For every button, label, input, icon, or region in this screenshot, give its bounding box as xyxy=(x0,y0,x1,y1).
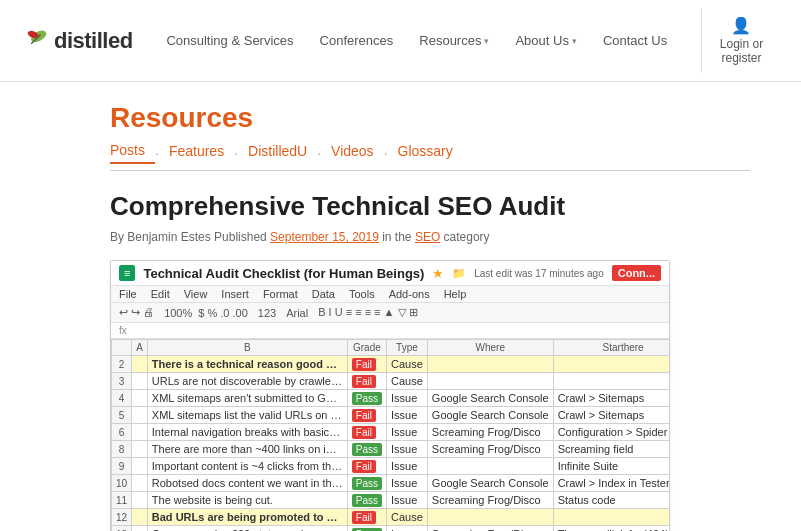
sub-nav-distilledu[interactable]: DistilledU xyxy=(248,143,317,163)
nav-resources[interactable]: Resources ▾ xyxy=(407,25,501,56)
sub-nav-sep-3: · xyxy=(317,145,321,161)
table-row: 5 XML sitemaps list the valid URLs on th… xyxy=(112,407,671,424)
table-row: 3 URLs are not discoverable by crawlers.… xyxy=(112,373,671,390)
col-header-b: B xyxy=(147,340,347,356)
logo[interactable]: distilled xyxy=(20,27,133,55)
row-num: 2 xyxy=(112,356,132,373)
ss-menu: File Edit View Insert Format Data Tools … xyxy=(111,286,669,303)
sub-nav-sep-1: · xyxy=(155,145,159,161)
login-register-button[interactable]: 👤 Login or register xyxy=(701,8,781,73)
ss-table: A B Grade Type Where Starthere Reference… xyxy=(111,339,670,531)
user-icon: 👤 xyxy=(731,16,751,35)
folder-icon: 📁 xyxy=(452,267,466,280)
col-header-type: Type xyxy=(387,340,428,356)
resources-sub-nav: Posts · Features · DistilledU · Videos ·… xyxy=(110,142,750,171)
chevron-down-icon: ▾ xyxy=(484,36,489,46)
article-category-link[interactable]: SEO xyxy=(415,230,440,244)
col-header-empty xyxy=(112,340,132,356)
main-nav: Consulting & Services Conferences Resour… xyxy=(154,25,679,56)
logo-leaf-icon xyxy=(20,27,48,55)
article-meta: By Benjamin Estes Published September 15… xyxy=(110,230,750,244)
ss-menu-tools[interactable]: Tools xyxy=(349,288,375,300)
sub-nav-sep-2: · xyxy=(234,145,238,161)
sheets-button: Conn... xyxy=(612,265,661,281)
ss-menu-addons[interactable]: Add-ons xyxy=(389,288,430,300)
chevron-down-icon: ▾ xyxy=(572,36,577,46)
login-label: Login or xyxy=(720,37,763,51)
table-row: 4 XML sitemaps aren't submitted to GWT P… xyxy=(112,390,671,407)
ss-menu-view[interactable]: View xyxy=(184,288,208,300)
sub-nav-videos[interactable]: Videos xyxy=(331,143,384,163)
sub-nav-glossary[interactable]: Glossary xyxy=(398,143,463,163)
col-header-a: A xyxy=(132,340,148,356)
ss-title: Technical Audit Checklist (for Human Bei… xyxy=(143,266,424,281)
nav-consulting[interactable]: Consulting & Services xyxy=(154,25,305,56)
nav-contact[interactable]: Contact Us xyxy=(591,25,679,56)
ss-menu-edit[interactable]: Edit xyxy=(151,288,170,300)
main-content: Resources Posts · Features · DistilledU … xyxy=(0,82,780,531)
resources-heading: Resources xyxy=(110,102,750,134)
table-row: 2 There is a technical reason good conte… xyxy=(112,356,671,373)
ss-formula-bar: fx xyxy=(111,323,669,339)
sub-nav-posts[interactable]: Posts xyxy=(110,142,155,164)
sub-nav-sep-4: · xyxy=(384,145,388,161)
ss-menu-help[interactable]: Help xyxy=(444,288,467,300)
table-row: 12 Bad URLs are being promoted to crawle… xyxy=(112,509,671,526)
ss-menu-file[interactable]: File xyxy=(119,288,137,300)
nav-about[interactable]: About Us ▾ xyxy=(503,25,588,56)
table-row: 13 Over-expansive 200 status codes Pass … xyxy=(112,526,671,531)
nav-conferences[interactable]: Conferences xyxy=(308,25,406,56)
ss-menu-data[interactable]: Data xyxy=(312,288,335,300)
col-header-starthere: Starthere xyxy=(553,340,670,356)
ss-menu-insert[interactable]: Insert xyxy=(221,288,249,300)
table-row: 11 The website is being cut. Pass Issue … xyxy=(112,492,671,509)
table-row: 8 There are more than ~400 links on impo… xyxy=(112,441,671,458)
ss-title-bar: ≡ Technical Audit Checklist (for Human B… xyxy=(111,261,669,286)
table-row: 6 Internal navigation breaks with basic … xyxy=(112,424,671,441)
table-row: 9 Important content is ~4 clicks from th… xyxy=(112,458,671,475)
article-title: Comprehensive Technical SEO Audit xyxy=(110,191,750,222)
article-date-link[interactable]: September 15, 2019 xyxy=(270,230,379,244)
logo-text: distilled xyxy=(54,28,133,54)
col-header-where: Where xyxy=(427,340,553,356)
star-icon: ★ xyxy=(432,266,444,281)
ss-format-bar: ↩ ↪ 🖨 100% $ % .0 .00 123 Arial B I U ≡ … xyxy=(111,303,669,323)
last-edited: Last edit was 17 minutes ago xyxy=(474,268,604,279)
ss-menu-format[interactable]: Format xyxy=(263,288,298,300)
sub-nav-features[interactable]: Features xyxy=(169,143,234,163)
spreadsheet-embed: ≡ Technical Audit Checklist (for Human B… xyxy=(110,260,670,531)
register-label: register xyxy=(721,51,761,65)
table-row: 10 Robotsed docs content we want in the … xyxy=(112,475,671,492)
sheets-icon: ≡ xyxy=(119,265,135,281)
col-header-grade: Grade xyxy=(347,340,386,356)
resources-section: Resources Posts · Features · DistilledU … xyxy=(110,102,750,171)
